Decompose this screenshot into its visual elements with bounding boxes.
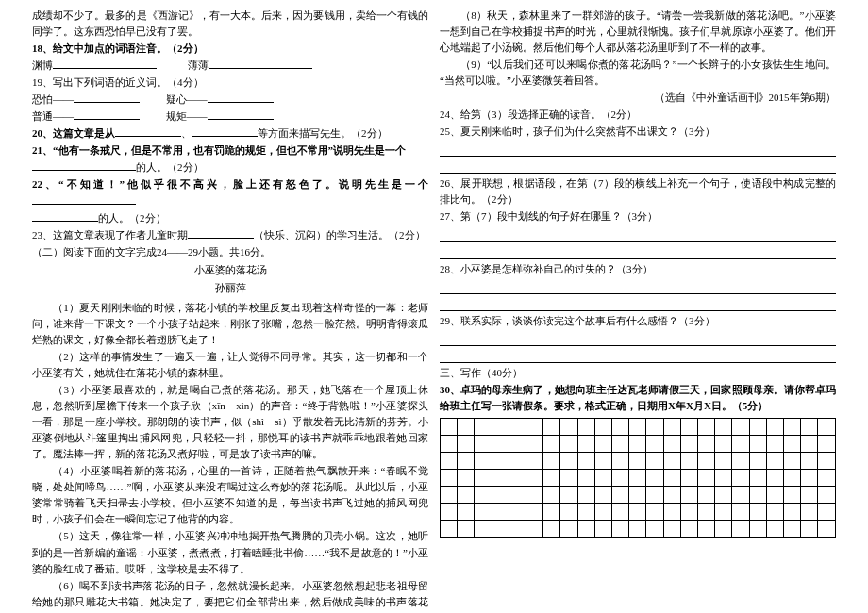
para-2: （2）这样的事情发生了一遍又一遍，让人觉得不同寻常。其实，这一切都和一个小巫婆有… [32,349,428,381]
q18-blanks: 渊博 薄薄 [32,58,428,74]
story-title: 小巫婆的落花汤 [32,262,428,278]
para-5: （5）这天，像往常一样，小巫婆兴冲冲地揭开热气腾腾的贝壳小锅。这次，她听到的是一… [32,528,428,576]
q28: 28、小巫婆是怎样弥补自己的过失的？（3分） [440,261,836,277]
q21: 21、“他有一条戒尺，但是不常用，也有罚跪的规矩，但也不常用”说明先生是一个 [32,142,428,158]
sec2-head: （二）阅读下面的文字完成24——29小题。共16分。 [32,244,428,260]
para-1: （1）夏天刚刚来临的时候，落花小镇的学校里反复出现着这样奇怪的一幕：老师问，谁来… [32,300,428,348]
q19-row2: 普通—— 规矩—— [32,108,428,124]
para-6: （6）喝不到读书声落花汤的日子，忽然就漫长起来。小巫婆忽然想起悲老祖母留给她的那… [32,578,428,613]
q21-b: 的人。（2分） [32,159,428,175]
answer-line[interactable] [440,227,836,242]
answer-line[interactable] [440,348,836,363]
answer-line[interactable] [440,331,836,346]
q19-row1: 恐怕—— 疑心—— [32,91,428,108]
answer-line[interactable] [440,279,836,294]
q30: 30、卓玛的母亲生病了，她想向班主任达瓦老师请假三天，回家照顾母亲。请你帮卓玛给… [440,382,836,414]
para-3: （3）小巫婆最喜欢的，就是喝自己煮的落花汤。那天，她飞落在一个屋顶上休息，忽然听… [32,382,428,462]
answer-line[interactable] [440,244,836,259]
q25: 25、夏天刚来临时，孩子们为什么突然背不出课文？（3分） [440,124,836,140]
q19: 19、写出下列词语的近义词。（4分） [32,75,428,91]
q22-b: 的人。（2分） [32,210,428,226]
answer-line[interactable] [440,158,836,174]
left-intro: 成绩却不少了。最多的是《西游记》，有一大本。后来，因为要钱用，卖给一个有钱的同学… [32,8,428,40]
q20: 20、这篇文章是从、等方面来描写先生。（2分） [32,125,428,141]
q26: 26、展开联想，根据语段，在第（7）段的横线上补充一个句子，使语段中构成完整的排… [440,175,836,207]
q18: 18、给文中加点的词语注音。（2分） [32,41,428,57]
q23: 23、这篇文章表现了作者儿童时期（快乐、沉闷）的学习生活。（2分） [32,227,428,243]
writing-grid[interactable] [440,418,836,538]
answer-line[interactable] [440,141,836,157]
sec3-head: 三、写作（40分） [440,365,836,381]
q27: 27、第（7）段中划线的句子好在哪里？（3分） [440,208,836,224]
story-author: 孙丽萍 [32,280,428,296]
source-line: （选自《中外童话画刊》2015年第6期） [440,90,836,106]
q22: 22、“不知道！”他似乎很不高兴，脸上还有怒色了。说明先生是一个 [32,176,428,208]
para-8: （8）秋天，森林里来了一群郊游的孩子。“请尝一尝我新做的落花汤吧。”小巫婆一想到… [440,8,836,56]
q29: 29、联系实际，谈谈你读完这个故事后有什么感悟？（3分） [440,313,836,329]
q24: 24、给第（3）段选择正确的读音。（2分） [440,107,836,123]
para-4: （4）小巫婆喝着新的落花汤，心里的一首诗，正随着热气飘散开来：“春眠不觉晓，处处… [32,463,428,527]
para-9: （9）“以后我们还可以来喝你煮的落花汤吗？”一个长辫子的小女孩怯生生地问。“当然… [440,57,836,89]
answer-line[interactable] [440,296,836,311]
